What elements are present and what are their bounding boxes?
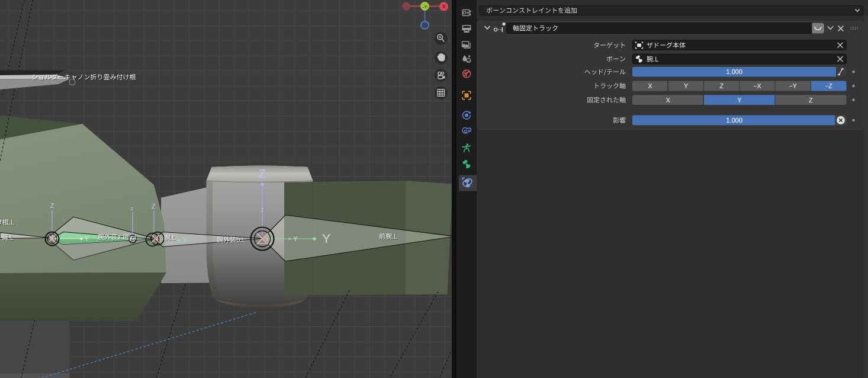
svg-text:z: z bbox=[261, 206, 264, 213]
svg-text:X: X bbox=[648, 82, 652, 89]
svg-text:X: X bbox=[666, 97, 670, 104]
svg-text:X: X bbox=[442, 4, 446, 9]
svg-text:Z: Z bbox=[809, 97, 813, 104]
svg-text:Y: Y bbox=[294, 236, 298, 242]
svg-text:−X: −X bbox=[753, 82, 761, 89]
svg-text:Y: Y bbox=[322, 231, 331, 246]
svg-text:Z: Z bbox=[719, 82, 724, 89]
svg-text:1.000: 1.000 bbox=[726, 117, 742, 124]
svg-text:Y: Y bbox=[84, 235, 89, 242]
svg-text:Y: Y bbox=[182, 237, 187, 244]
svg-text:Y: Y bbox=[684, 82, 688, 89]
svg-text:z: z bbox=[131, 206, 134, 212]
svg-text:-Y: -Y bbox=[423, 4, 428, 9]
svg-text:Z: Z bbox=[152, 203, 156, 210]
svg-text:Y: Y bbox=[737, 97, 741, 104]
svg-text:−Z: −Z bbox=[825, 82, 832, 89]
svg-text:Z: Z bbox=[50, 202, 54, 209]
svg-text:−Y: −Y bbox=[789, 82, 797, 89]
svg-text:Z: Z bbox=[259, 166, 266, 180]
svg-text:1.000: 1.000 bbox=[726, 68, 742, 75]
